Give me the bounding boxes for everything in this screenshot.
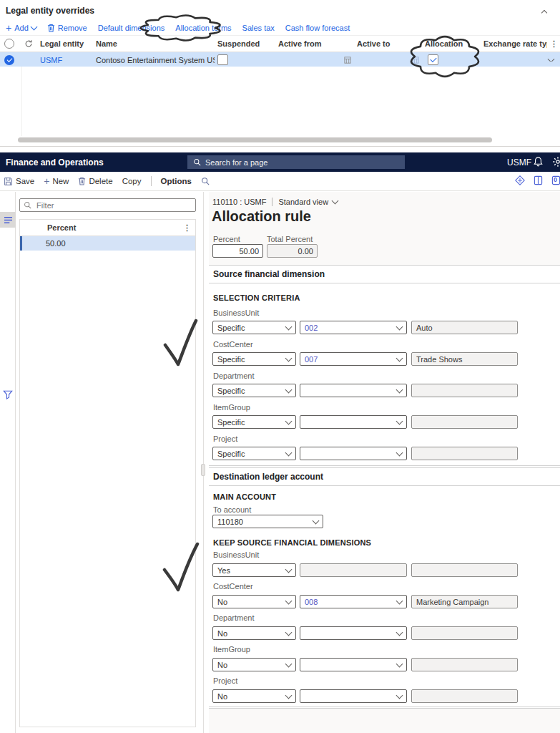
itemgroup-value-combo[interactable]	[300, 415, 407, 429]
company-selector[interactable]: USMF	[507, 157, 531, 168]
keep-itemgroup-value-combo[interactable]	[300, 658, 407, 671]
keep-project-value-combo[interactable]	[300, 689, 407, 703]
project-mode-combo[interactable]: Specific	[212, 447, 296, 460]
grid-header-row: Legal entity Name Suspended Active from …	[0, 35, 560, 52]
attachment-count-badge: 0	[554, 176, 557, 183]
splitter-grip[interactable]	[201, 464, 205, 476]
delete-button[interactable]: Delete	[78, 177, 112, 185]
filter-toggle-button[interactable]	[3, 390, 13, 399]
checked-checkbox-icon	[428, 54, 438, 65]
grid-options-button[interactable]: ⋮	[547, 39, 560, 49]
row-select-checkbox[interactable]	[0, 55, 21, 65]
sales-tax-button[interactable]: Sales tax	[242, 24, 275, 32]
chevron-down-icon	[285, 449, 293, 456]
filter-field[interactable]	[19, 198, 196, 212]
list-view-toggle-button[interactable]	[0, 212, 16, 228]
save-icon	[4, 177, 13, 186]
name-cell[interactable]: Contoso Entertainment System USA	[93, 56, 215, 64]
view-selector[interactable]: Standard view	[278, 198, 338, 206]
keep-businessunit-description-field	[411, 563, 518, 577]
chevron-down-icon	[396, 691, 403, 699]
search-icon	[24, 201, 31, 209]
record-id: 110110 : USMF	[212, 198, 266, 206]
col-header-name[interactable]: Name	[93, 39, 215, 48]
to-account-combo[interactable]: 110180	[212, 515, 323, 528]
open-in-workspace-icon[interactable]	[534, 175, 543, 185]
itemgroup-description-field	[411, 415, 518, 429]
suspended-checkbox[interactable]	[215, 54, 275, 65]
destination-section-header[interactable]: Destination ledger account	[209, 467, 560, 486]
options-menu[interactable]: Options	[161, 177, 192, 185]
total-percent-input	[267, 244, 318, 258]
global-search-input[interactable]: Search for a page	[187, 155, 405, 169]
unchecked-checkbox-icon	[217, 54, 228, 65]
trash-icon	[78, 177, 86, 185]
remove-button[interactable]: Remove	[47, 24, 87, 32]
refresh-icon	[24, 39, 33, 48]
allocation-checkbox[interactable]	[422, 54, 481, 65]
keep-costcenter-description-field: Marketing Campaign	[411, 595, 518, 608]
list-item[interactable]: 50.00	[20, 236, 195, 251]
col-header-active-from[interactable]: Active from	[275, 39, 354, 48]
keep-project-combo[interactable]: No	[212, 689, 296, 703]
active-from-cell[interactable]	[275, 57, 354, 64]
col-header-exchange-rate-type[interactable]: Exchange rate type	[481, 39, 547, 48]
keep-businessunit-combo[interactable]: Yes	[212, 563, 296, 577]
total-percent-label: Total Percent	[267, 235, 313, 243]
settings-button[interactable]	[552, 156, 560, 168]
project-value-combo[interactable]	[300, 447, 407, 460]
businessunit-description-field: Auto	[411, 321, 518, 334]
table-row[interactable]: USMF Contoso Entertainment System USA	[0, 52, 560, 68]
keep-costcenter-value-combo[interactable]: 008	[300, 595, 407, 608]
save-button[interactable]: Save	[4, 177, 34, 186]
refresh-button[interactable]	[21, 39, 37, 48]
personalize-icon[interactable]	[515, 175, 525, 185]
vertical-ellipsis-icon[interactable]: ⋮	[156, 223, 191, 233]
default-dimensions-button[interactable]: Default dimensions	[98, 24, 165, 32]
legal-entity-link[interactable]: USMF	[37, 56, 93, 64]
department-value-combo[interactable]	[300, 384, 407, 397]
copy-button[interactable]: Copy	[122, 177, 142, 185]
col-header-suspended[interactable]: Suspended	[215, 39, 275, 48]
keep-costcenter-combo[interactable]: No	[212, 595, 296, 608]
keep-department-value-combo[interactable]	[300, 626, 407, 640]
keep-department-description-field	[411, 626, 518, 640]
exchange-rate-dropdown[interactable]	[547, 59, 560, 62]
keep-department-combo[interactable]: No	[212, 626, 296, 640]
breadcrumb: 110110 : USMF Standard view	[212, 198, 338, 206]
horizontal-scrollbar[interactable]	[18, 137, 492, 142]
businessunit-value-combo[interactable]: 002	[300, 321, 407, 334]
action-search-button[interactable]	[201, 177, 210, 185]
collapse-panel-icon[interactable]	[541, 10, 547, 16]
cash-flow-forecast-button[interactable]: Cash flow forecast	[285, 24, 350, 32]
add-button[interactable]: + Add	[6, 24, 36, 32]
percent-column-header[interactable]: Percent ⋮	[20, 220, 195, 236]
new-button[interactable]: + New	[44, 177, 69, 185]
costcenter-mode-combo[interactable]: Specific	[212, 352, 296, 366]
chevron-down-icon	[396, 597, 403, 604]
chevron-down-icon	[332, 198, 339, 205]
department-mode-combo[interactable]: Specific	[212, 384, 296, 397]
source-section-header[interactable]: Source financial dimension	[209, 265, 560, 283]
itemgroup-mode-combo[interactable]: Specific	[212, 415, 296, 429]
businessunit-mode-combo[interactable]: Specific	[212, 321, 296, 334]
percent-label: Percent	[213, 235, 240, 243]
col-header-active-to[interactable]: Active to	[354, 39, 422, 48]
col-header-allocation[interactable]: Allocation	[422, 39, 481, 48]
keep-itemgroup-combo[interactable]: No	[212, 658, 296, 671]
keep-businessunit-value-field	[300, 563, 407, 577]
panel-splitter[interactable]	[203, 192, 204, 733]
col-header-legal-entity[interactable]: Legal entity	[37, 39, 93, 48]
to-account-label: To account	[213, 505, 251, 514]
attachments-button[interactable]: 0	[551, 175, 560, 185]
filter-input[interactable]	[35, 200, 181, 210]
select-all-checkbox[interactable]	[0, 39, 21, 49]
project-description-field	[411, 447, 518, 460]
active-to-cell[interactable]	[354, 57, 422, 64]
costcenter-value-combo[interactable]: 007	[300, 352, 407, 366]
percent-input[interactable]	[212, 244, 263, 258]
overrides-grid: Legal entity Name Suspended Active from …	[0, 35, 560, 68]
d365-finance-window: Legal entity overrides + Add Remove Defa…	[0, 0, 560, 733]
allocation-terms-button[interactable]: Allocation terms	[175, 24, 231, 32]
notifications-button[interactable]	[533, 156, 544, 168]
